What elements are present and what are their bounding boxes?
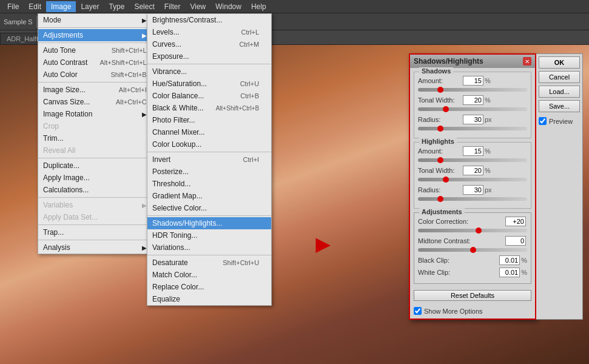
color-correction-input[interactable]	[505, 217, 526, 226]
adj-brightness-contrast[interactable]: Brightness/Contrast...	[147, 14, 271, 26]
highlights-amount-input[interactable]	[463, 146, 483, 156]
menu-image-rotation[interactable]: Image Rotation ▶	[38, 108, 157, 120]
adj-desaturate[interactable]: Desaturate Shift+Ctrl+U	[147, 257, 271, 269]
save-button[interactable]: Save...	[539, 100, 580, 112]
adj-gradient-map[interactable]: Gradient Map...	[147, 190, 271, 202]
adj-threshold[interactable]: Threshold...	[147, 178, 271, 190]
show-more-options-checkbox[interactable]	[414, 307, 422, 315]
adj-match-color[interactable]: Match Color...	[147, 269, 271, 281]
menu-crop[interactable]: Crop	[38, 120, 157, 132]
menu-layer[interactable]: Layer	[76, 1, 104, 12]
highlights-section: Highlights Amount: % Tonal Width: %	[414, 142, 531, 209]
adj-posterize[interactable]: Posterize...	[147, 166, 271, 178]
sep6	[38, 224, 157, 225]
black-clip-input[interactable]	[499, 255, 520, 265]
dialog-titlebar: Shadows/Highlights ✕	[410, 55, 535, 68]
highlights-radius-thumb[interactable]	[437, 196, 443, 202]
menu-trap[interactable]: Trap...	[38, 226, 157, 238]
shadows-highlights-dialog: Shadows/Highlights ✕ Shadows Amount: % T…	[409, 53, 583, 320]
highlights-tonal-slider[interactable]	[418, 178, 527, 181]
adj-invert[interactable]: Invert Ctrl+I	[147, 153, 271, 166]
menu-window[interactable]: Window	[210, 1, 246, 12]
color-correction-thumb[interactable]	[476, 228, 482, 234]
shadows-radius-slider[interactable]	[418, 127, 527, 130]
menu-canvas-size[interactable]: Canvas Size... Alt+Ctrl+C	[38, 96, 157, 108]
shadows-radius-input[interactable]	[463, 115, 483, 124]
adj-exposure[interactable]: Exposure...	[147, 50, 271, 62]
menu-file[interactable]: File	[2, 1, 24, 12]
adj-sep1	[147, 64, 271, 64]
menu-calculations[interactable]: Calculations...	[38, 184, 157, 196]
load-button[interactable]: Load...	[539, 86, 580, 98]
menu-analysis[interactable]: Analysis ▶	[38, 241, 157, 254]
dialog-close-button[interactable]: ✕	[523, 57, 531, 66]
highlights-tonal-input[interactable]	[463, 166, 483, 175]
adj-levels[interactable]: Levels... Ctrl+L	[147, 26, 271, 38]
menu-trim[interactable]: Trim...	[38, 132, 157, 144]
highlights-tonal-thumb[interactable]	[443, 177, 449, 183]
menu-adjustments[interactable]: Adjustments ▶	[38, 29, 157, 41]
adj-variations[interactable]: Variations...	[147, 241, 271, 254]
preview-label[interactable]: Preview	[539, 117, 580, 125]
menu-edit[interactable]: Edit	[24, 1, 46, 12]
menu-auto-contrast[interactable]: Auto Contrast Alt+Shift+Ctrl+L	[38, 56, 157, 69]
variables-arrow: ▶	[142, 202, 147, 209]
ok-button[interactable]: OK	[539, 56, 580, 69]
reset-defaults-button[interactable]: Reset Defaults	[414, 290, 531, 301]
menu-view[interactable]: View	[185, 1, 210, 12]
shadows-tonal-input[interactable]	[463, 95, 483, 105]
menu-filter[interactable]: Filter	[160, 1, 186, 12]
menu-auto-color[interactable]: Auto Color Shift+Ctrl+B	[38, 69, 157, 81]
highlights-radius-slider[interactable]	[418, 197, 527, 201]
adj-vibrance[interactable]: Vibrance...	[147, 66, 271, 78]
menu-apply-dataset[interactable]: Apply Data Set...	[38, 211, 157, 223]
adjustments-label: Adjustments	[419, 208, 465, 215]
adj-shadows-highlights[interactable]: Shadows/Highlights...	[147, 217, 271, 229]
adj-curves[interactable]: Curves... Ctrl+M	[147, 38, 271, 50]
sep4	[38, 158, 157, 158]
midtone-contrast-input[interactable]	[505, 236, 526, 246]
shadows-tonal-thumb[interactable]	[443, 106, 449, 112]
adj-color-balance[interactable]: Color Balance... Ctrl+B	[147, 90, 271, 102]
menu-image[interactable]: Image	[46, 1, 76, 12]
preview-text: Preview	[549, 118, 573, 125]
rotation-arrow: ▶	[142, 111, 147, 118]
color-correction-slider[interactable]	[418, 229, 527, 232]
adj-black-white[interactable]: Black & White... Alt+Shift+Ctrl+B	[147, 102, 271, 114]
menu-image-size[interactable]: Image Size... Alt+Ctrl+I	[38, 84, 157, 96]
menu-duplicate[interactable]: Duplicate...	[38, 160, 157, 172]
adj-selective-color[interactable]: Selective Color...	[147, 202, 271, 214]
preview-checkbox[interactable]	[539, 117, 547, 125]
adj-hue-saturation[interactable]: Hue/Saturation... Ctrl+U	[147, 78, 271, 90]
cancel-button[interactable]: Cancel	[539, 71, 580, 83]
adj-replace-color[interactable]: Replace Color...	[147, 281, 271, 293]
menu-variables[interactable]: Variables ▶	[38, 199, 157, 211]
midtone-contrast-row: Midtone Contrast:	[418, 236, 527, 246]
menu-mode[interactable]: Mode ▶	[38, 14, 157, 26]
shadows-amount-slider[interactable]	[418, 88, 527, 92]
show-more-options-label[interactable]: Show More Options	[414, 307, 531, 315]
highlights-amount-slider[interactable]	[418, 158, 527, 162]
adj-hdr-toning[interactable]: HDR Toning...	[147, 229, 271, 241]
adj-equalize[interactable]: Equalize	[147, 293, 271, 305]
midtone-contrast-slider[interactable]	[418, 248, 527, 252]
menu-auto-tone[interactable]: Auto Tone Shift+Ctrl+L	[38, 44, 157, 56]
adj-photo-filter[interactable]: Photo Filter...	[147, 114, 271, 126]
adj-color-lookup[interactable]: Color Lookup...	[147, 138, 271, 150]
midtone-contrast-thumb[interactable]	[470, 247, 476, 253]
shadows-amount-input[interactable]	[463, 76, 483, 86]
shadows-tonal-slider[interactable]	[418, 107, 527, 111]
shadows-amount-thumb[interactable]	[437, 87, 443, 93]
highlights-radius-input[interactable]	[463, 185, 483, 195]
menu-help[interactable]: Help	[246, 1, 271, 12]
menu-apply-image[interactable]: Apply Image...	[38, 172, 157, 184]
highlights-amount-thumb[interactable]	[437, 157, 443, 163]
white-clip-input[interactable]	[499, 268, 520, 277]
highlights-amount-row: Amount: %	[418, 146, 527, 156]
menu-select[interactable]: Select	[129, 1, 159, 12]
black-clip-label: Black Clip:	[418, 257, 498, 264]
menu-type[interactable]: Type	[104, 1, 129, 12]
adj-channel-mixer[interactable]: Channel Mixer...	[147, 126, 271, 138]
shadows-radius-thumb[interactable]	[437, 126, 443, 132]
menu-reveal-all[interactable]: Reveal All	[38, 144, 157, 157]
